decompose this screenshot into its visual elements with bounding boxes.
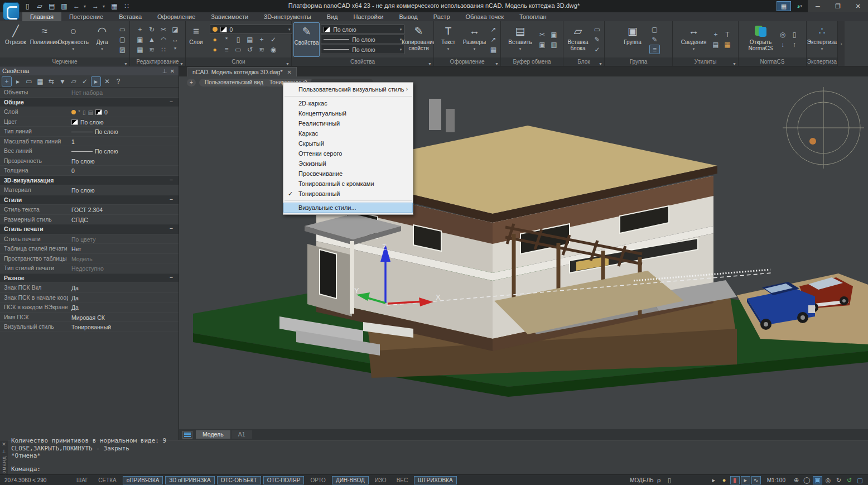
close-button[interactable]: ✕ [848,0,868,12]
collapse-icon[interactable]: − [170,196,173,205]
offset-icon[interactable]: ≋ [147,45,157,54]
property-value[interactable]: 1 [68,137,179,146]
pin-icon[interactable]: ⊥ [161,68,168,74]
help-icon[interactable]: ? [113,76,123,87]
menu-item[interactable]: Визуальные стили... [283,203,413,213]
copy-clip-icon[interactable]: ▣ [537,40,548,49]
dropdown-caret[interactable]: ▾ [447,46,450,52]
layer-walk-icon[interactable]: ≋ [257,45,267,54]
вставить-button[interactable]: ▤Вставить▾ [505,22,536,57]
cut-icon[interactable]: ✂ [537,30,548,39]
undo-icon[interactable]: ← [71,2,81,11]
dropdown-caret[interactable]: ▾ [400,27,402,32]
menu-item[interactable]: Эскизный [283,159,413,169]
текст-button[interactable]: TТекст▾ [436,22,461,57]
dropdown-caret[interactable]: ▾ [821,46,823,52]
annotation-cursor-icon[interactable]: ▸ [709,476,718,484]
nanocad-logo-icon[interactable] [3,2,20,20]
окружность-button[interactable]: ○Окружность▾ [60,22,88,57]
norma-export-icon[interactable]: ↑ [789,40,800,49]
property-value[interactable]: По слою [68,156,179,166]
group-edit-icon[interactable]: ✎ [649,35,660,44]
erase-icon[interactable]: ◪ [170,25,181,34]
menu-item[interactable]: Просвечивание [283,169,413,179]
property-field-0[interactable]: По слою▾ [321,25,404,34]
section-header[interactable]: 3D-визуализация− [0,176,179,186]
ribbon-tab[interactable]: Главная [22,12,61,21]
ribbon-tab[interactable]: Настройки [346,12,392,21]
ribbon-scroll-button[interactable]: › [838,21,845,66]
section-header[interactable]: Общие− [0,98,179,108]
edit-block-icon[interactable]: ✎ [592,35,602,44]
toggle-ОТС-ПОЛЯР[interactable]: ОТС-ПОЛЯР [263,476,305,484]
ribbon-tab[interactable]: Оформление [150,12,203,21]
section-header[interactable]: Стиль печати− [0,224,179,234]
dropdown-caret[interactable]: ▾ [519,46,522,52]
close-command-icon[interactable]: ✕ [2,441,6,447]
minimize-button[interactable]: ─ [808,0,828,12]
viewport-view-control[interactable]: Пользовательский вид [199,79,269,87]
navigation-compass[interactable] [783,87,864,169]
дуга-button[interactable]: ◠Дуга▾ [88,22,116,57]
размеры-button[interactable]: ↔Размеры▾ [462,22,487,57]
layer-unlock-icon[interactable]: ▭ [233,45,244,54]
quick-properties-icon[interactable]: ρ [654,476,664,484]
fillet-icon[interactable]: ◠ [158,35,169,44]
open-file-icon[interactable]: ▱ [35,2,45,11]
вставка-блока-button[interactable]: ▱Вставка блока [565,22,591,57]
rectangle-icon[interactable]: ▭ [117,25,128,34]
workspace-icon[interactable]: ▦ [777,1,791,11]
fullscreen-icon[interactable]: ▢ [855,476,865,484]
collapse-icon[interactable]: − [170,274,173,283]
new-file-icon[interactable]: ▯ [22,2,32,11]
save-icon[interactable]: ▤ [47,2,57,11]
сведения-button[interactable]: ↔Сведения▾ [678,22,710,57]
stretch-icon[interactable]: ↔ [170,35,181,44]
layer-isolate-icon[interactable]: ◉ [268,45,279,54]
toggle-ОРТО[interactable]: ОРТО [306,476,329,484]
property-value[interactable]: Нет [68,244,179,253]
слои-button[interactable]: ≡Слои [184,22,209,57]
regen-icon[interactable]: ↺ [845,476,854,484]
отрезок-button[interactable]: ╱Отрезок [2,22,30,57]
leader-icon[interactable]: ↗ [488,25,499,34]
ribbon-tab[interactable]: Вывод [391,12,425,21]
menu-item[interactable]: Пользовательский визуальный стиль› [283,84,413,94]
property-value[interactable]: Да [68,302,179,312]
select-text-icon[interactable]: T [722,30,733,39]
draw-order-icon[interactable]: ▤ [711,40,721,49]
group-select-icon[interactable]: ≡ [649,45,660,54]
ribbon-tab[interactable]: Зависимости [203,12,256,21]
select-append-icon[interactable]: + [2,76,12,87]
pan-icon[interactable]: ⊕ [792,476,801,484]
layer-current-icon[interactable]: ✓ [268,35,279,44]
property-value[interactable]: Да [68,293,179,302]
property-field-2[interactable]: По слою▾ [321,45,404,54]
array-icon[interactable]: ▦ [135,45,146,54]
restore-button[interactable]: ❐ [828,0,848,12]
dropdown-caret[interactable]: ▾ [288,27,291,32]
menu-item[interactable]: Концептуальный [283,108,413,118]
layer-all-on-icon[interactable]: ● [210,45,220,54]
pick-add-icon[interactable]: ▸ [91,76,101,87]
zoom-preview-icon[interactable]: ◎ [823,476,833,484]
redo-icon[interactable]: → [90,2,100,11]
document-close-icon[interactable]: ✕ [287,69,291,75]
attributes-icon[interactable]: ✓ [592,45,602,54]
property-value[interactable]: По цвету [68,234,179,244]
group-frame-icon[interactable]: ▢ [649,25,660,34]
section-header[interactable]: Разное− [0,273,179,284]
property-value[interactable]: По слою [68,146,179,156]
toggle-СЕТКА[interactable]: СЕТКА [94,476,120,484]
rotate-icon[interactable]: ↻ [147,25,157,34]
norma-search-icon[interactable]: ◎ [778,30,788,39]
toggle-ШТРИХОВКА[interactable]: ШТРИХОВКА [414,476,456,484]
deselect-icon[interactable]: ✕ [102,76,112,87]
ribbon-tab[interactable]: Топоплан [512,12,554,21]
layer-new-icon[interactable]: + [257,35,267,44]
collapse-icon[interactable]: − [170,225,173,234]
property-value[interactable]: Недоступно [68,263,179,273]
copy-base-icon[interactable]: ▥ [549,40,560,49]
menu-item[interactable]: Каркас [283,128,413,138]
orbit-icon[interactable]: ↻ [834,476,843,484]
